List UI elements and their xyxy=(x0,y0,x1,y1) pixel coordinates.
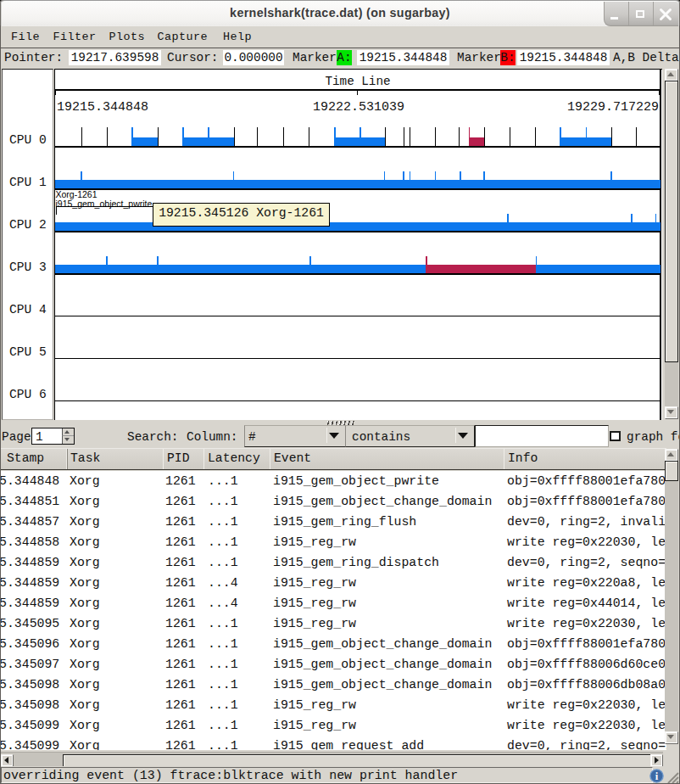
svg-text:i: i xyxy=(655,770,659,782)
